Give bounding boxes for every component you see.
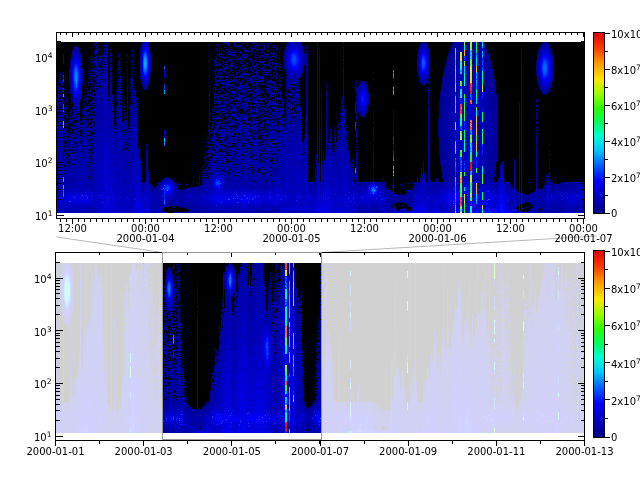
overview-x-tick-date: 2000-01-03 bbox=[115, 446, 173, 457]
zoomed-x-tick-date: 2000-01-04 bbox=[116, 233, 174, 244]
overview-x-tick-date: 2000-01-01 bbox=[26, 446, 84, 457]
overview-colorbar-tick-label: 4x107 bbox=[611, 355, 640, 369]
zoomed-colorbar-tick-label: 4x107 bbox=[611, 134, 640, 148]
zoomed-colorbar-tick-label: 8x107 bbox=[611, 62, 640, 76]
zoomed-x-tick-time: 00:00 bbox=[131, 223, 160, 234]
overview-y-tick-label: 104 bbox=[34, 271, 52, 285]
zoomed-x-tick-date: 2000-01-05 bbox=[262, 233, 320, 244]
colorbar-overview bbox=[594, 251, 605, 438]
zoomed-x-tick-date: 2000-01-06 bbox=[408, 233, 466, 244]
zoomed-spectrogram-canvas bbox=[56, 42, 584, 213]
overview-x-tick-date: 2000-01-05 bbox=[203, 446, 261, 457]
overview-colorbar-tick-label: 8x107 bbox=[611, 281, 640, 295]
spectrogram-figure: 10410310210110410310210112:0000:002000-0… bbox=[0, 0, 640, 480]
zoomed-y-tick-label: 103 bbox=[35, 103, 53, 117]
overview-y-tick-label: 103 bbox=[34, 324, 52, 338]
zoomed-x-tick-time: 00:00 bbox=[423, 223, 452, 234]
zoomed-y-tick-label: 101 bbox=[35, 208, 53, 222]
overview-spectrogram-canvas[interactable] bbox=[55, 263, 584, 433]
overview-y-tick-label: 102 bbox=[34, 376, 52, 390]
overview-x-tick-date: 2000-01-09 bbox=[379, 446, 437, 457]
overview-colorbar-tick-label: 2x107 bbox=[611, 393, 640, 407]
zoomed-x-tick-time: 12:00 bbox=[204, 223, 233, 234]
overview-x-tick-date: 2000-01-13 bbox=[555, 446, 613, 457]
overview-x-tick-date: 2000-01-11 bbox=[467, 446, 525, 457]
overview-x-tick-date: 2000-01-07 bbox=[291, 446, 349, 457]
overview-y-tick-label: 101 bbox=[34, 429, 52, 443]
overview-colorbar-tick-label: 0 bbox=[611, 432, 617, 443]
colorbar-zoomed bbox=[594, 33, 605, 214]
zoomed-x-tick-date: 2000-01-07 bbox=[554, 233, 612, 244]
zoomed-colorbar-tick-label: 0 bbox=[611, 208, 617, 219]
zoomed-y-tick-label: 104 bbox=[35, 50, 53, 64]
overview-colorbar-tick-label: 10x107 bbox=[611, 244, 640, 258]
zoomed-x-tick-time: 12:00 bbox=[496, 223, 525, 234]
zoomed-colorbar-tick-label: 10x107 bbox=[611, 26, 640, 40]
zoomed-x-tick-time: 00:00 bbox=[569, 223, 598, 234]
zoomed-colorbar-tick-label: 2x107 bbox=[611, 170, 640, 184]
zoomed-x-tick-time: 12:00 bbox=[350, 223, 379, 234]
zoomed-y-tick-label: 102 bbox=[35, 155, 53, 169]
overview-colorbar-tick-label: 6x107 bbox=[611, 318, 640, 332]
zoomed-x-tick-time: 00:00 bbox=[277, 223, 306, 234]
zoomed-x-tick-time: 12:00 bbox=[58, 223, 87, 234]
zoomed-colorbar-tick-label: 6x107 bbox=[611, 98, 640, 112]
